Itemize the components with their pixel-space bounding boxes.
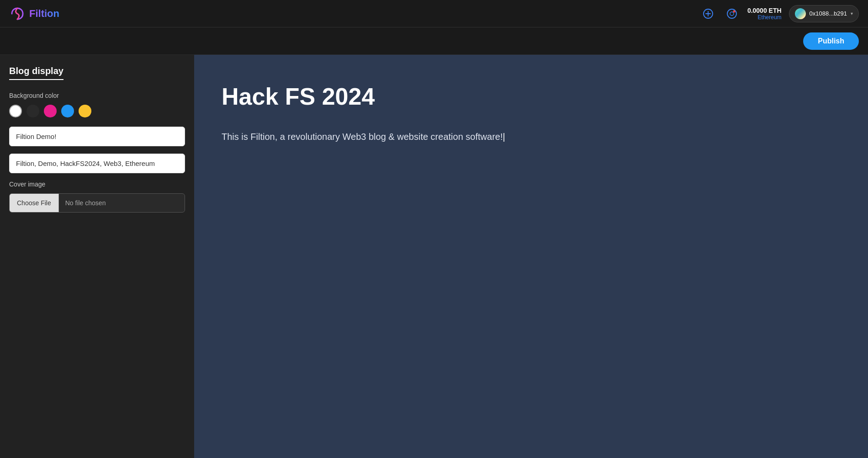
color-swatch-white[interactable] [9, 105, 22, 117]
navbar: Filtion 0.0000 ETH Ethereum 0x1088...b29… [0, 0, 868, 27]
title-input[interactable] [9, 127, 185, 146]
color-swatch-black[interactable] [26, 105, 39, 117]
main-layout: Blog display Background color Cover imag… [0, 55, 868, 458]
color-swatch-pink[interactable] [44, 105, 57, 117]
sidebar-title-text: Blog display [9, 66, 64, 80]
publish-bar: Publish [0, 27, 868, 55]
file-input-wrapper: Choose File No file chosen [9, 193, 185, 213]
publish-button[interactable]: Publish [803, 32, 859, 50]
wallet-button[interactable]: 0x1088...b291 ▾ [789, 5, 859, 22]
wallet-address: 0x1088...b291 [810, 10, 847, 17]
chevron-down-icon: ▾ [851, 11, 853, 16]
add-circle-icon [703, 9, 713, 19]
preview-area: Hack FS 2024 This is Filtion, a revoluti… [194, 55, 868, 458]
filtion-logo-icon [9, 5, 26, 22]
blog-title: Hack FS 2024 [222, 82, 841, 111]
color-swatch-yellow[interactable] [79, 105, 91, 117]
tags-input[interactable] [9, 154, 185, 173]
eth-network: Ethereum [747, 14, 782, 21]
svg-point-4 [727, 9, 736, 18]
notification-icon [727, 9, 737, 19]
navbar-right: 0.0000 ETH Ethereum 0x1088...b291 ▾ [700, 5, 859, 22]
bg-color-label: Background color [9, 92, 185, 99]
add-button[interactable] [700, 5, 716, 22]
app-name: Filtion [29, 8, 59, 20]
choose-file-button[interactable]: Choose File [10, 194, 59, 212]
wallet-avatar [795, 8, 806, 19]
color-swatch-blue[interactable] [61, 105, 74, 117]
eth-info: 0.0000 ETH Ethereum [747, 7, 782, 21]
svg-point-6 [733, 10, 735, 12]
svg-point-5 [730, 12, 734, 16]
notification-button[interactable] [724, 5, 740, 22]
navbar-left: Filtion [9, 5, 59, 22]
sidebar: Blog display Background color Cover imag… [0, 55, 194, 458]
color-swatches [9, 105, 185, 117]
no-file-text: No file chosen [59, 194, 112, 212]
blog-content: This is Filtion, a revolutionary Web3 bl… [222, 129, 841, 144]
cover-image-label: Cover image [9, 181, 185, 188]
sidebar-title: Blog display [9, 66, 185, 83]
eth-amount: 0.0000 ETH [747, 7, 782, 14]
